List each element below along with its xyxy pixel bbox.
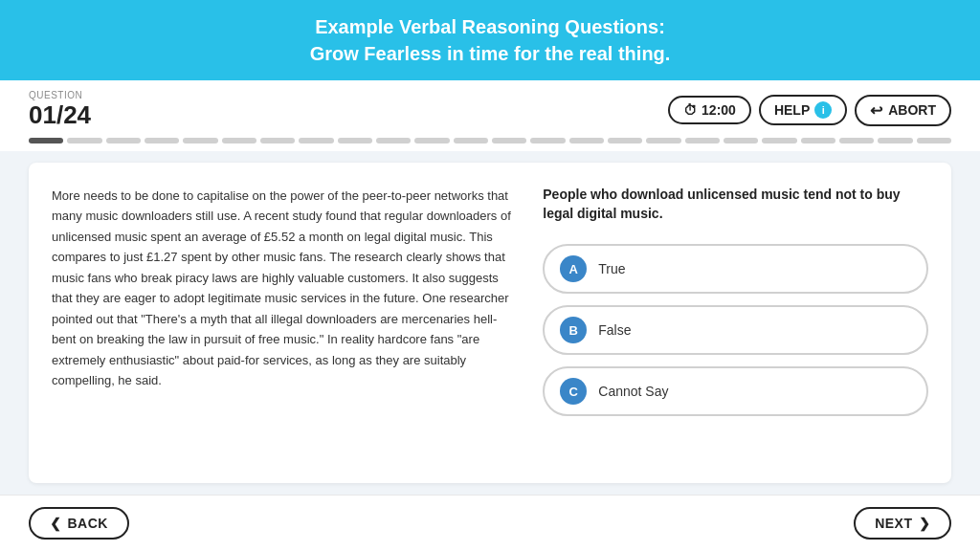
progress-segment-20 <box>762 138 796 143</box>
option-a[interactable]: A True <box>543 244 928 294</box>
progress-segment-21 <box>801 138 835 143</box>
progress-segment-1 <box>29 138 63 143</box>
passage-section: More needs to be done to capitalise on t… <box>52 186 514 460</box>
header-title: Example Verbal Reasoning Questions: Grow… <box>19 13 961 67</box>
help-label: HELP <box>774 102 810 118</box>
progress-segment-8 <box>299 138 333 143</box>
progress-segment-5 <box>183 138 217 143</box>
help-info-icon: i <box>814 101 832 119</box>
passage-text: More needs to be done to capitalise on t… <box>52 186 514 390</box>
question-info: QUESTION 01/24 <box>29 90 91 130</box>
controls-group: ⏱ 12:00 HELP i ↩ ABORT <box>668 95 951 126</box>
abort-icon: ↩ <box>870 101 882 120</box>
answer-section: People who download unlicensed music ten… <box>543 186 928 460</box>
back-label: BACK <box>68 516 108 531</box>
timer-value: 12:00 <box>702 102 736 118</box>
timer-button[interactable]: ⏱ 12:00 <box>668 96 751 124</box>
option-b[interactable]: B False <box>543 305 928 355</box>
progress-segment-24 <box>917 138 951 143</box>
sub-header: QUESTION 01/24 ⏱ 12:00 HELP i ↩ ABORT <box>0 80 980 130</box>
abort-label: ABORT <box>888 102 936 118</box>
progress-segment-2 <box>67 138 101 143</box>
progress-segment-7 <box>260 138 295 143</box>
progress-segment-11 <box>414 138 449 143</box>
abort-button[interactable]: ↩ ABORT <box>855 95 951 126</box>
option-c-letter: C <box>560 378 587 405</box>
option-a-letter: A <box>560 255 587 282</box>
option-b-letter: B <box>560 317 587 343</box>
question-label: QUESTION <box>29 90 91 100</box>
progress-segment-13 <box>492 138 526 143</box>
footer: ❮ BACK NEXT ❯ <box>0 495 980 551</box>
progress-segment-19 <box>724 138 758 143</box>
progress-track <box>29 138 951 143</box>
answer-question: People who download unlicensed music ten… <box>543 186 928 223</box>
progress-segment-10 <box>376 138 411 143</box>
option-a-text: True <box>598 261 625 276</box>
help-button[interactable]: HELP i <box>759 95 847 125</box>
next-button[interactable]: NEXT ❯ <box>854 507 951 540</box>
back-button[interactable]: ❮ BACK <box>29 507 129 540</box>
progress-segment-22 <box>839 138 874 143</box>
option-c-text: Cannot Say <box>598 384 668 399</box>
next-label: NEXT <box>875 516 912 531</box>
progress-segment-4 <box>145 138 179 143</box>
next-chevron-icon: ❯ <box>919 516 931 531</box>
clock-icon: ⏱ <box>683 102 697 118</box>
page-header: Example Verbal Reasoning Questions: Grow… <box>0 0 980 80</box>
progress-segment-6 <box>222 138 256 143</box>
progress-segment-9 <box>338 138 372 143</box>
progress-segment-3 <box>106 138 141 143</box>
progress-segment-18 <box>685 138 720 143</box>
question-card: More needs to be done to capitalise on t… <box>29 163 951 483</box>
question-number: 01/24 <box>29 100 91 130</box>
progress-segment-14 <box>530 138 565 143</box>
progress-segment-15 <box>569 138 604 143</box>
option-c[interactable]: C Cannot Say <box>543 366 928 416</box>
progress-segment-17 <box>646 138 680 143</box>
progress-segment-12 <box>454 138 488 143</box>
option-b-text: False <box>598 322 631 338</box>
progress-segment-23 <box>878 138 912 143</box>
main-content: More needs to be done to capitalise on t… <box>0 151 980 495</box>
progress-segment-16 <box>608 138 642 143</box>
back-chevron-icon: ❮ <box>50 516 62 531</box>
progress-bar-container <box>0 130 980 151</box>
